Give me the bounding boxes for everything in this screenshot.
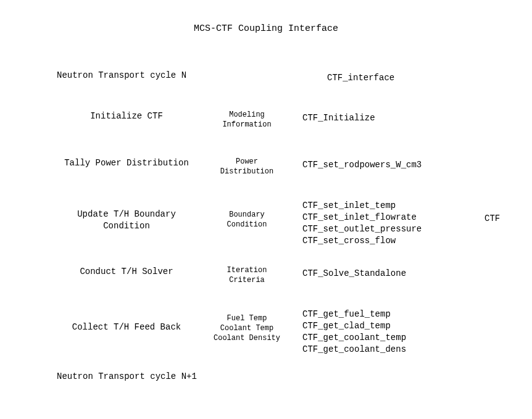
step-initialize: Initialize CTF	[56, 111, 197, 121]
api-boundary-setters: CTF_set_inlet_tempCTF_set_inlet_flowrate…	[302, 200, 463, 247]
left-footer: Neutron Transport cycle N+1	[57, 371, 199, 381]
step-collect-feedback: Collect T/H Feed Back	[56, 322, 197, 332]
step-conduct-solver: Conduct T/H Solver	[56, 267, 197, 276]
api-getters: CTF_get_fuel_tempCTF_get_clad_tempCTF_ge…	[302, 309, 463, 355]
step-tally-power: Tally Power Distribution	[56, 158, 197, 168]
ctf-label: CTF	[484, 214, 522, 223]
exchange-boundary: BoundaryCondition	[204, 210, 290, 230]
right-header: CTF_interface	[327, 73, 451, 83]
exchange-feedback: Fuel TempCoolant TempCoolant Density	[204, 313, 290, 344]
exchange-modeling-info: ModelingInformation	[204, 110, 290, 130]
api-initialize: CTF_Initialize	[302, 112, 463, 124]
api-set-rodpowers: CTF_set_rodpowers_W_cm3	[302, 159, 463, 171]
left-header: Neutron Transport cycle N	[57, 70, 199, 80]
exchange-iteration: IterationCriteria	[204, 265, 290, 285]
step-update-boundary: Update T/H BoundaryCondition	[56, 209, 197, 232]
diagram-title: MCS-CTF Coupling Interface	[0, 23, 532, 34]
api-solve: CTF_Solve_Standalone	[302, 268, 463, 280]
exchange-power-dist: PowerDistribution	[204, 157, 290, 176]
